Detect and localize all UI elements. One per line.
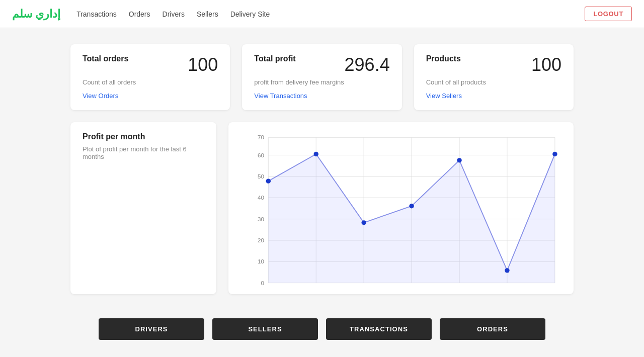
svg-text:60: 60 — [258, 152, 264, 158]
total-profit-subtitle: profit from delivery fee margins — [254, 78, 389, 86]
svg-text:30: 30 — [258, 216, 264, 222]
nav-links: Transactions Orders Drivers Sellers Deli… — [76, 10, 585, 18]
svg-text:70: 70 — [258, 135, 264, 141]
chart-dot — [457, 158, 461, 162]
view-orders-link[interactable]: View Orders — [83, 92, 118, 100]
chart-dot — [361, 220, 366, 225]
nav-drivers[interactable]: Drivers — [163, 10, 185, 18]
chart-dot — [552, 152, 557, 156]
total-profit-card: Total profit 296.4 profit from delivery … — [242, 44, 401, 110]
chart-dot — [505, 268, 509, 273]
chart-card: 0 10 20 30 40 50 60 70 — [228, 122, 574, 294]
profit-card-subtitle: Plot of profit per month for the last 6 … — [83, 145, 204, 160]
total-orders-subtitle: Count of all orders — [83, 78, 218, 86]
nav-delivery-site[interactable]: Delivery Site — [230, 10, 270, 18]
lower-row: Profit per month Plot of profit per mont… — [70, 122, 574, 294]
svg-text:2022-12: 2022-12 — [259, 288, 278, 288]
chart-dot — [409, 204, 414, 208]
chart-dot — [313, 152, 318, 156]
svg-text:2022-08: 2022-08 — [354, 288, 374, 288]
view-sellers-link[interactable]: View Sellers — [426, 92, 462, 100]
sellers-button[interactable]: SELLERS — [212, 318, 318, 340]
svg-text:0: 0 — [261, 280, 264, 286]
svg-text:2023-01: 2023-01 — [402, 288, 422, 288]
card-header: Products 100 — [426, 54, 561, 75]
logo: إداري سلم — [12, 9, 60, 20]
total-profit-title: Total profit — [254, 54, 295, 63]
products-title: Products — [426, 54, 461, 63]
profit-per-month-card: Profit per month Plot of profit per mont… — [70, 122, 216, 294]
products-card: Products 100 Count of all products View … — [414, 44, 574, 110]
nav-orders[interactable]: Orders — [129, 10, 150, 18]
svg-text:40: 40 — [258, 195, 264, 201]
profit-card-title: Profit per month — [83, 132, 204, 141]
svg-text:2022-11: 2022-11 — [306, 288, 326, 288]
total-orders-value: 100 — [188, 54, 218, 75]
chart-svg: 0 10 20 30 40 50 60 70 — [236, 132, 566, 288]
orders-button[interactable]: ORDERS — [440, 318, 545, 340]
main-content: Total orders 100 Count of all orders Vie… — [0, 28, 644, 356]
nav-sellers[interactable]: Sellers — [197, 10, 218, 18]
svg-text:2023-02: 2023-02 — [498, 288, 517, 288]
navbar: إداري سلم Transactions Orders Drivers Se… — [0, 0, 644, 28]
card-header: Total profit 296.4 — [254, 54, 389, 75]
profit-chart: 0 10 20 30 40 50 60 70 — [236, 132, 566, 288]
products-subtitle: Count of all products — [426, 78, 561, 86]
chart-dot — [266, 178, 271, 183]
svg-text:20: 20 — [258, 237, 264, 243]
svg-text:2022-09: 2022-09 — [545, 288, 565, 288]
view-transactions-link[interactable]: View Transactions — [254, 92, 307, 100]
bottom-buttons: DRIVERS SELLERS TRANSACTIONS ORDERS — [70, 318, 574, 340]
transactions-button[interactable]: TRANSACTIONS — [326, 318, 432, 340]
svg-text:50: 50 — [258, 173, 264, 180]
summary-cards: Total orders 100 Count of all orders Vie… — [70, 44, 574, 110]
logout-button[interactable]: LOGOUT — [585, 7, 632, 21]
card-header: Total orders 100 — [83, 54, 218, 75]
products-value: 100 — [531, 54, 561, 75]
total-orders-card: Total orders 100 Count of all orders Vie… — [70, 44, 230, 110]
total-profit-value: 296.4 — [345, 54, 390, 75]
drivers-button[interactable]: DRIVERS — [99, 318, 204, 340]
svg-text:2022-10: 2022-10 — [450, 288, 469, 288]
nav-transactions[interactable]: Transactions — [76, 10, 117, 18]
svg-text:10: 10 — [258, 259, 264, 265]
total-orders-title: Total orders — [83, 54, 128, 63]
